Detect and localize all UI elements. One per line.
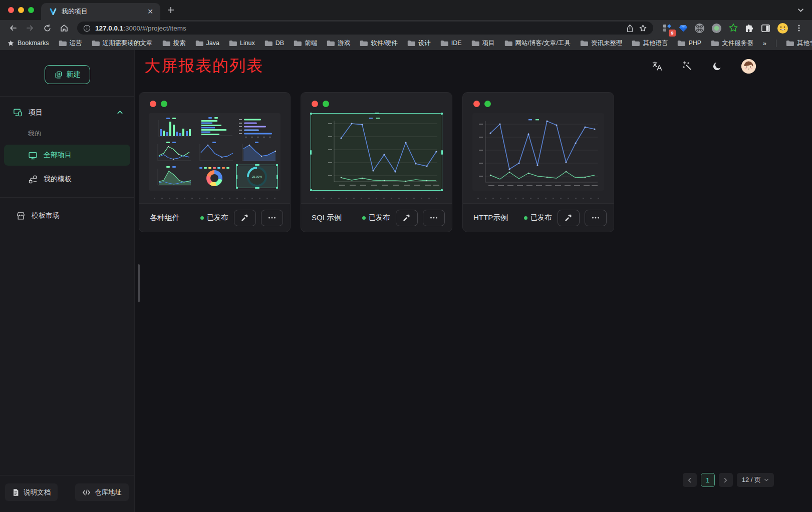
sidebar-item-all-projects[interactable]: 全部项目 <box>4 145 130 166</box>
status-dot <box>362 216 366 220</box>
sidebar-divider <box>0 197 134 198</box>
bookmarks-bar: Bookmarks 运营 近期需要读的文章 搜索 Java Linux DB 前… <box>0 36 812 50</box>
project-card[interactable]: 25.00% 各种组件 已发布 <box>139 92 291 232</box>
project-card[interactable]: HTTP示例 已发布 <box>462 92 614 232</box>
browser-menu-kebab-icon[interactable] <box>795 24 803 33</box>
pagination: 1 12 / 页 <box>683 473 774 487</box>
tab-manager-extension-icon[interactable]: 9 <box>662 23 672 33</box>
bookmark-folder[interactable]: 运营 <box>59 39 82 48</box>
sidebar-group-projects[interactable]: 项目 <box>0 101 134 124</box>
chevron-down-icon <box>764 477 769 482</box>
previous-page-button[interactable] <box>683 473 697 487</box>
address-bar[interactable]: 127.0.0.1:3000/#/project/items <box>77 22 653 35</box>
bookmark-star-icon[interactable] <box>639 24 647 33</box>
green-star-extension-icon[interactable] <box>728 23 738 33</box>
recorder-extension-icon[interactable] <box>711 23 722 34</box>
card-green-dot <box>484 101 491 107</box>
extension-badge: 9 <box>669 30 676 37</box>
shortcut-extension-icon[interactable] <box>694 23 705 34</box>
bookmark-folder[interactable]: 项目 <box>471 39 495 48</box>
window-zoom-button[interactable] <box>28 7 34 13</box>
edit-hammer-button[interactable] <box>396 210 418 226</box>
tab-close-icon[interactable]: ✕ <box>145 7 155 16</box>
docs-button[interactable]: 说明文档 <box>5 483 58 501</box>
extensions-puzzle-icon[interactable] <box>745 24 754 33</box>
bookmarks-manager[interactable]: Bookmarks <box>7 40 49 47</box>
magic-wand-icon[interactable] <box>682 61 693 72</box>
bookmark-folder[interactable]: 前端 <box>294 39 317 48</box>
project-title: 各种组件 <box>150 213 180 223</box>
app-root: 新建 项目 我的 全部项目 我的模板 <box>0 50 812 512</box>
bookmark-folder[interactable]: Java <box>195 40 219 47</box>
project-title: HTTP示例 <box>473 213 508 223</box>
user-avatar[interactable] <box>741 59 756 74</box>
bookmark-folder[interactable]: DB <box>264 40 284 47</box>
new-copy-plus-icon <box>54 71 63 79</box>
edit-hammer-button[interactable] <box>558 210 580 226</box>
browser-tab-active[interactable]: 我的项目 ✕ <box>41 3 160 20</box>
bookmark-folder[interactable]: 搜索 <box>162 39 186 48</box>
document-icon <box>12 488 20 496</box>
bookmark-folder[interactable]: 其他语言 <box>632 39 668 48</box>
status-dot <box>524 216 527 220</box>
project-thumbnail <box>472 113 604 191</box>
chevron-up-icon[interactable] <box>117 109 123 116</box>
mini-dual-line-chart <box>152 140 193 164</box>
card-green-dot <box>161 101 167 107</box>
reload-button[interactable] <box>40 22 54 35</box>
tab-search-chevron-icon[interactable] <box>797 7 804 14</box>
edit-hammer-button[interactable] <box>234 210 256 226</box>
bookmark-folder[interactable]: 近期需要读的文章 <box>92 39 153 48</box>
page-size-select[interactable]: 12 / 页 <box>737 473 774 487</box>
new-project-button[interactable]: 新建 <box>45 65 90 84</box>
card-red-dot <box>312 101 318 107</box>
bookmark-folder[interactable]: 文件服务器 <box>711 39 753 48</box>
sidebar-item-my-templates[interactable]: 我的模板 <box>4 169 130 190</box>
monitor-icon <box>28 151 38 160</box>
sidebar-divider <box>0 96 134 97</box>
bookmark-folder[interactable]: 软件/硬件 <box>360 39 397 48</box>
next-page-button[interactable] <box>719 473 733 487</box>
card-red-dot <box>150 101 156 107</box>
language-translate-icon[interactable] <box>652 61 663 72</box>
mini-hbar-chart <box>194 116 235 139</box>
bookmark-folder[interactable]: PHP <box>677 40 701 47</box>
bookmarks-overflow-chevron[interactable]: » <box>763 40 766 47</box>
more-options-button[interactable] <box>585 210 607 226</box>
side-panel-icon[interactable] <box>761 24 770 33</box>
bookmark-folder[interactable]: 设计 <box>407 39 431 48</box>
scrollbar-thumb[interactable] <box>138 264 140 302</box>
bookmark-folder[interactable]: 资讯未整理 <box>580 39 623 48</box>
window-minimize-button[interactable] <box>18 7 24 13</box>
forward-button[interactable] <box>23 22 37 35</box>
home-button[interactable] <box>57 22 71 35</box>
other-bookmarks[interactable]: 其他书签 <box>786 39 812 48</box>
page-number-button[interactable]: 1 <box>701 473 715 487</box>
bookmark-folder[interactable]: 游戏 <box>327 39 350 48</box>
window-close-button[interactable] <box>8 7 14 13</box>
status-label: 已发布 <box>207 213 228 222</box>
template-flow-icon <box>28 175 38 184</box>
back-button[interactable] <box>6 22 20 35</box>
more-options-button[interactable] <box>261 210 283 226</box>
profile-smiley-avatar[interactable] <box>777 23 788 34</box>
site-info-icon[interactable] <box>83 25 91 32</box>
mini-area-chart-blue <box>236 140 278 164</box>
bookmark-folder[interactable]: Linux <box>229 40 255 47</box>
status-label: 已发布 <box>369 213 390 222</box>
status-dot <box>200 216 204 220</box>
more-options-button[interactable] <box>423 210 445 226</box>
mini-line-chart <box>194 140 235 164</box>
bookmark-folder[interactable]: IDE <box>440 40 462 47</box>
bookmark-folder[interactable]: 网站/博客/文章/工具 <box>504 39 571 48</box>
project-card[interactable]: SQL示例 已发布 <box>301 92 452 232</box>
mini-bar-chart <box>152 116 193 139</box>
window-controls <box>0 7 41 13</box>
share-icon[interactable] <box>626 24 634 33</box>
sidebar-item-template-market[interactable]: 模板市场 <box>4 205 130 226</box>
repository-button[interactable]: 仓库地址 <box>75 483 129 501</box>
new-tab-button[interactable] <box>167 7 174 14</box>
gem-extension-icon[interactable] <box>679 24 688 33</box>
dark-mode-moon-icon[interactable] <box>712 61 722 72</box>
dotted-separator <box>473 197 604 199</box>
